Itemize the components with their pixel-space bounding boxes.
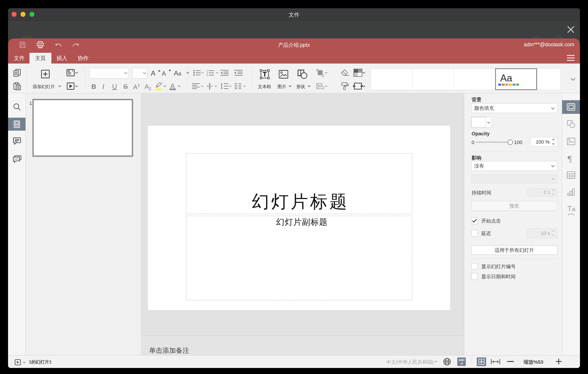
svg-text:3: 3 [206,74,208,76]
